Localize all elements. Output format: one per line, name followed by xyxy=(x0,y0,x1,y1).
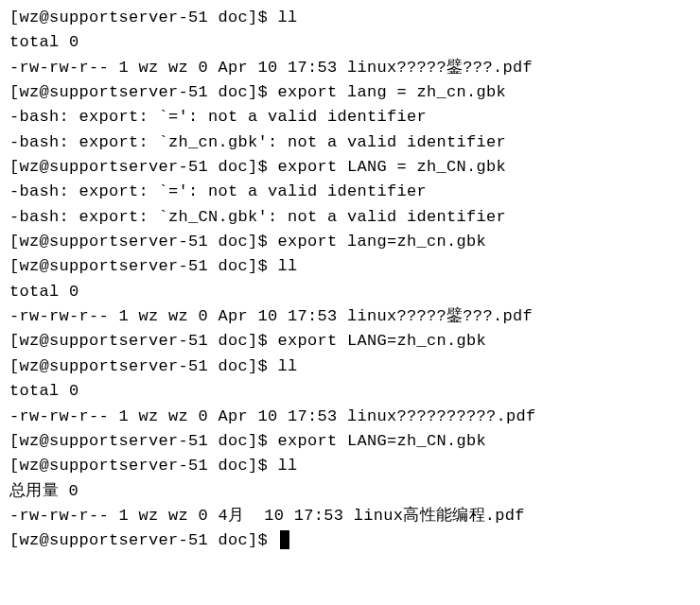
terminal-line: total 0 xyxy=(9,280,691,304)
terminal-line: -rw-rw-r-- 1 wz wz 0 4月 10 17:53 linux高性… xyxy=(9,504,691,528)
terminal-line: 总用量 0 xyxy=(9,479,691,504)
terminal-line: [wz@supportserver-51 doc]$ export LANG =… xyxy=(9,155,691,180)
terminal-line: total 0 xyxy=(9,30,691,55)
terminal-output[interactable]: [wz@supportserver-51 doc]$ ll total 0 -r… xyxy=(9,6,691,554)
terminal-line: total 0 xyxy=(9,379,691,404)
terminal-line: -bash: export: `=': not a valid identifi… xyxy=(9,180,691,204)
terminal-prompt-line: [wz@supportserver-51 doc]$ xyxy=(9,528,691,553)
terminal-line: [wz@supportserver-51 doc]$ ll xyxy=(9,254,691,279)
terminal-line: -bash: export: `zh_cn.gbk': not a valid … xyxy=(9,130,691,155)
terminal-line: [wz@supportserver-51 doc]$ ll xyxy=(9,6,691,30)
terminal-line: -rw-rw-r-- 1 wz wz 0 Apr 10 17:53 linux?… xyxy=(9,304,691,329)
terminal-prompt: [wz@supportserver-51 doc]$ xyxy=(9,531,278,549)
terminal-line: -bash: export: `zh_CN.gbk': not a valid … xyxy=(9,205,691,230)
terminal-line: -rw-rw-r-- 1 wz wz 0 Apr 10 17:53 linux?… xyxy=(9,56,691,80)
cursor-icon xyxy=(280,530,289,549)
terminal-line: [wz@supportserver-51 doc]$ export LANG=z… xyxy=(9,329,691,354)
terminal-line: [wz@supportserver-51 doc]$ export lang=z… xyxy=(9,230,691,254)
terminal-line: [wz@supportserver-51 doc]$ export LANG=z… xyxy=(9,429,691,454)
terminal-line: -bash: export: `=': not a valid identifi… xyxy=(9,105,691,130)
terminal-line: [wz@supportserver-51 doc]$ export lang =… xyxy=(9,80,691,105)
terminal-line: [wz@supportserver-51 doc]$ ll xyxy=(9,454,691,478)
terminal-line: -rw-rw-r-- 1 wz wz 0 Apr 10 17:53 linux?… xyxy=(9,405,691,429)
terminal-line: [wz@supportserver-51 doc]$ ll xyxy=(9,354,691,379)
